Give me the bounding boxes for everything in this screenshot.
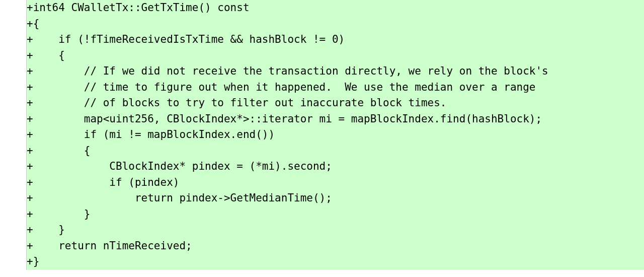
diff-content: if (pindex) bbox=[33, 175, 644, 191]
diff-marker: + bbox=[27, 127, 33, 143]
diff-line: + return nTimeReceived; bbox=[27, 238, 644, 254]
diff-block: +int64 CWalletTx::GetTxTime() const +{ +… bbox=[26, 0, 644, 270]
diff-line: + if (pindex) bbox=[27, 175, 644, 191]
diff-marker: + bbox=[27, 32, 33, 48]
diff-marker: + bbox=[27, 175, 33, 191]
diff-line: + map<uint256, CBlockIndex*>::iterator m… bbox=[27, 111, 644, 127]
diff-marker: + bbox=[27, 238, 33, 254]
diff-content: { bbox=[33, 48, 644, 64]
diff-line: + } bbox=[27, 206, 644, 223]
diff-line: + // time to figure out when it happened… bbox=[27, 80, 644, 96]
diff-content: map<uint256, CBlockIndex*>::iterator mi … bbox=[33, 111, 644, 127]
diff-marker: + bbox=[27, 159, 33, 175]
diff-content: } bbox=[33, 222, 644, 238]
diff-content: if (!fTimeReceivedIsTxTime && hashBlock … bbox=[33, 32, 644, 48]
diff-line: +{ bbox=[27, 16, 644, 32]
diff-content: // of blocks to try to filter out inaccu… bbox=[33, 95, 644, 111]
diff-line: + // If we did not receive the transacti… bbox=[27, 63, 644, 80]
diff-marker: + bbox=[27, 206, 33, 223]
diff-line: + { bbox=[27, 143, 644, 159]
diff-marker: + bbox=[27, 0, 33, 16]
diff-content: // time to figure out when it happened. … bbox=[33, 80, 644, 96]
diff-content: } bbox=[33, 254, 644, 270]
diff-line: + return pindex->GetMedianTime(); bbox=[27, 190, 644, 206]
diff-content: return pindex->GetMedianTime(); bbox=[33, 190, 644, 206]
diff-content: CBlockIndex* pindex = (*mi).second; bbox=[33, 159, 644, 175]
diff-content: { bbox=[33, 143, 644, 159]
diff-marker: + bbox=[27, 222, 33, 238]
diff-content: return nTimeReceived; bbox=[33, 238, 644, 254]
diff-line: + } bbox=[27, 222, 644, 238]
diff-content: { bbox=[33, 16, 644, 32]
diff-marker: + bbox=[27, 95, 33, 111]
diff-marker: + bbox=[27, 143, 33, 159]
diff-line: + // of blocks to try to filter out inac… bbox=[27, 95, 644, 111]
diff-line: + if (mi != mapBlockIndex.end()) bbox=[27, 127, 644, 143]
diff-line: + if (!fTimeReceivedIsTxTime && hashBloc… bbox=[27, 32, 644, 48]
diff-marker: + bbox=[27, 63, 33, 80]
diff-line: + CBlockIndex* pindex = (*mi).second; bbox=[27, 159, 644, 175]
diff-marker: + bbox=[27, 254, 33, 270]
diff-marker: + bbox=[27, 111, 33, 127]
diff-line: +} bbox=[27, 254, 644, 270]
diff-line: + { bbox=[27, 48, 644, 64]
diff-marker: + bbox=[27, 80, 33, 96]
diff-marker: + bbox=[27, 16, 33, 32]
diff-content: } bbox=[33, 206, 644, 223]
diff-content: // If we did not receive the transaction… bbox=[33, 63, 644, 80]
diff-marker: + bbox=[27, 190, 33, 206]
diff-line: +int64 CWalletTx::GetTxTime() const bbox=[27, 0, 644, 16]
diff-content: if (mi != mapBlockIndex.end()) bbox=[33, 127, 644, 143]
diff-content: int64 CWalletTx::GetTxTime() const bbox=[33, 0, 644, 16]
diff-marker: + bbox=[27, 48, 33, 64]
